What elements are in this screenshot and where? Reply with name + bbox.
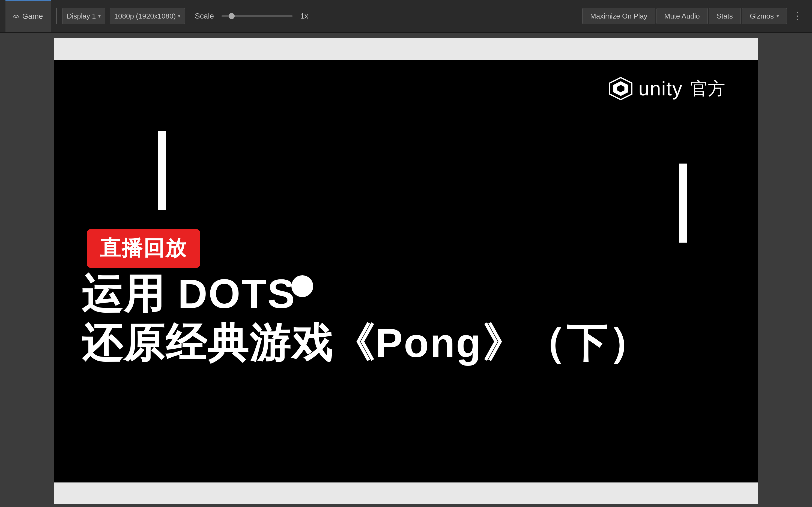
game-frame: unity 官方 直播回放 运用 DOTS 还原经典游戏《Pong》（下） [54, 38, 758, 504]
unity-text: unity [639, 77, 683, 100]
resolution-chevron-icon: ▾ [178, 13, 181, 19]
title-line1: 运用 DOTS [81, 267, 296, 322]
toolbar: ∞ Game Display 1 ▾ 1080p (1920x1080) ▾ S… [0, 0, 812, 33]
resolution-label: 1080p (1920x1080) [114, 12, 176, 20]
display-dropdown[interactable]: Display 1 ▾ [62, 8, 105, 24]
title-line2: 还原经典游戏《Pong》（下） [81, 316, 650, 371]
toolbar-controls: Display 1 ▾ 1080p (1920x1080) ▾ Scale 1x [62, 8, 582, 24]
unity-official-text: 官方 [690, 77, 725, 101]
game-white-bar-bottom [54, 483, 758, 504]
display-label: Display 1 [67, 12, 96, 20]
scale-value: 1x [300, 12, 308, 20]
gizmos-button[interactable]: Gizmos ▾ [742, 8, 787, 24]
unity-diamond-icon [608, 76, 633, 101]
paddle-right [679, 164, 687, 242]
title-line2-text: 还原经典游戏《Pong》（下） [81, 320, 650, 366]
gizmos-chevron-icon: ▾ [776, 13, 779, 19]
toolbar-right: Maximize On Play Mute Audio Stats Gizmos… [582, 8, 807, 24]
scale-thumb[interactable] [229, 13, 235, 19]
toolbar-divider [56, 8, 57, 24]
more-options-button[interactable]: ⋮ [788, 10, 807, 22]
display-selector[interactable]: Display 1 ▾ [62, 8, 105, 24]
display-chevron-icon: ▾ [98, 13, 101, 19]
scale-track[interactable] [221, 15, 293, 17]
red-badge: 直播回放 [87, 229, 200, 268]
mute-audio-button[interactable]: Mute Audio [656, 8, 708, 24]
tab-game-label: Game [22, 12, 43, 21]
tab-game[interactable]: ∞ Game [5, 0, 51, 32]
red-badge-text: 直播回放 [100, 236, 187, 260]
scale-label: Scale [195, 12, 214, 20]
paddle-left [158, 131, 166, 210]
maximize-on-play-button[interactable]: Maximize On Play [582, 8, 655, 24]
gizmos-label: Gizmos [750, 12, 774, 20]
game-tab-icon: ∞ [13, 12, 19, 21]
title-line1-text: 运用 DOTS [81, 267, 296, 322]
unity-logo-area: unity 官方 [608, 76, 725, 101]
resolution-dropdown[interactable]: 1080p (1920x1080) ▾ [110, 8, 185, 24]
game-canvas: unity 官方 直播回放 运用 DOTS 还原经典游戏《Pong》（下） [54, 60, 758, 483]
resolution-selector[interactable]: 1080p (1920x1080) ▾ [110, 8, 185, 24]
game-white-bar-top [54, 38, 758, 60]
game-container: unity 官方 直播回放 运用 DOTS 还原经典游戏《Pong》（下） [0, 33, 812, 504]
stats-button[interactable]: Stats [709, 8, 741, 24]
